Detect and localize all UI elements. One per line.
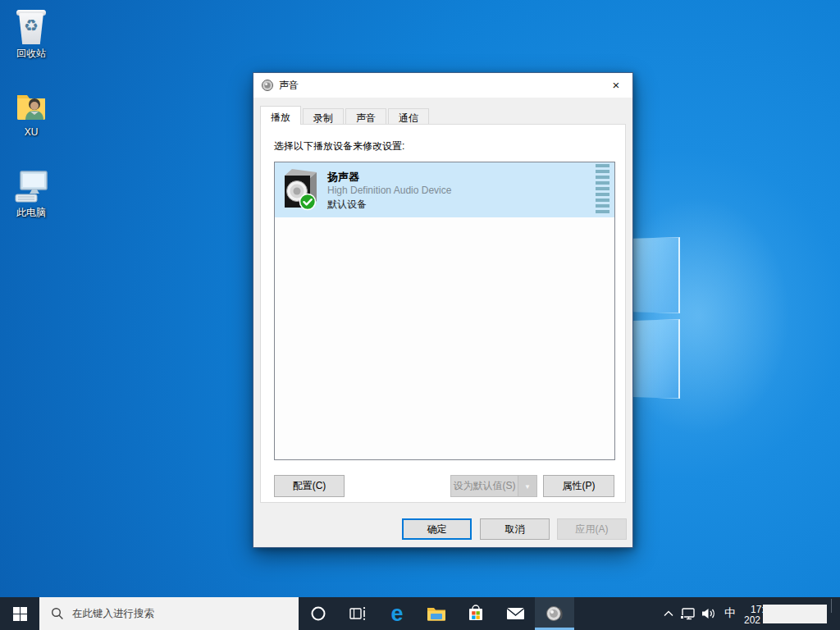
tab-sounds[interactable]: 声音 — [345, 108, 386, 125]
user-folder-icon — [12, 87, 50, 125]
ime-indicator[interactable]: 中 — [719, 597, 741, 630]
recycle-bin-icon: ♻ — [12, 8, 50, 46]
device-name: 扬声器 — [327, 170, 451, 184]
cortana-icon — [310, 605, 326, 622]
search-input[interactable] — [72, 608, 277, 619]
desktop-icon-this-pc[interactable]: 此电脑 — [0, 167, 62, 218]
taskbar: e — [0, 597, 840, 630]
this-pc-icon — [12, 167, 50, 205]
volume-level-meter — [596, 164, 609, 215]
desktop-icon-label: 回收站 — [0, 48, 62, 59]
store-icon — [467, 605, 485, 623]
mail-button[interactable] — [495, 597, 535, 630]
chevron-up-icon — [663, 609, 674, 618]
playback-tab-page: 选择以下播放设备来修改设置: — [260, 124, 626, 503]
set-default-dropdown-icon[interactable]: ▼ — [518, 475, 537, 497]
taskbar-search-box[interactable] — [39, 597, 299, 630]
instruction-text: 选择以下播放设备来修改设置: — [274, 139, 404, 153]
edge-icon: e — [390, 603, 403, 625]
wallpaper-window-pane-top — [633, 237, 680, 313]
sound-dialog-icon — [261, 79, 274, 92]
device-texts: 扬声器 High Definition Audio Device 默认设备 — [327, 170, 451, 212]
device-description: High Definition Audio Device — [327, 184, 451, 198]
file-explorer-icon — [427, 605, 446, 622]
tab-strip: 播放 录制 声音 通信 — [260, 106, 626, 125]
task-view-button[interactable] — [338, 597, 377, 630]
wallpaper-glow — [609, 197, 789, 435]
tab-playback[interactable]: 播放 — [260, 106, 301, 125]
wallpaper-window-pane-bottom — [633, 319, 680, 399]
store-button[interactable] — [456, 597, 495, 630]
show-desktop-button[interactable] — [832, 597, 840, 630]
device-row-speakers[interactable]: 扬声器 High Definition Audio Device 默认设备 — [275, 162, 614, 217]
playback-device-list[interactable]: 扬声器 High Definition Audio Device 默认设备 — [274, 162, 615, 460]
apply-button[interactable]: 应用(A) — [557, 518, 627, 540]
desktop: ♻ 回收站 XU 此电脑 — [0, 0, 840, 630]
file-explorer-button[interactable] — [417, 597, 456, 630]
task-view-icon — [349, 605, 367, 622]
mail-icon — [506, 606, 525, 621]
set-default-button[interactable]: 设为默认值(S) — [450, 475, 518, 497]
tab-recording[interactable]: 录制 — [303, 108, 344, 125]
tab-communications[interactable]: 通信 — [388, 108, 429, 125]
start-button[interactable] — [0, 597, 39, 630]
dialog-titlebar[interactable]: 声音 — [253, 73, 632, 98]
sound-app-icon — [545, 604, 564, 623]
desktop-icon-label: 此电脑 — [0, 208, 62, 218]
speaker-device-icon — [281, 167, 322, 212]
tray-expand-button[interactable] — [660, 597, 677, 630]
configure-button[interactable]: 配置(C) — [274, 475, 345, 497]
network-tray-button[interactable] — [677, 597, 698, 630]
empty-tooltip — [763, 605, 827, 623]
sound-app-button[interactable] — [535, 597, 574, 630]
cancel-button[interactable]: 取消 — [480, 518, 550, 540]
close-icon[interactable]: × — [605, 75, 628, 96]
network-icon — [679, 606, 696, 621]
desktop-icon-recycle-bin[interactable]: ♻ 回收站 — [0, 8, 62, 59]
speaker-volume-icon — [701, 606, 717, 621]
desktop-icon-label: XU — [0, 127, 62, 138]
windows-logo-icon — [13, 607, 27, 621]
properties-button[interactable]: 属性(P) — [543, 475, 614, 497]
edge-button[interactable]: e — [377, 597, 417, 630]
desktop-icon-user-folder[interactable]: XU — [0, 87, 62, 138]
cortana-button[interactable] — [299, 597, 338, 630]
dialog-title: 声音 — [279, 79, 299, 93]
ok-button[interactable]: 确定 — [402, 518, 472, 540]
volume-tray-button[interactable] — [698, 597, 719, 630]
recycle-symbol-icon: ♻ — [12, 16, 50, 35]
device-status: 默认设备 — [327, 198, 451, 212]
sound-dialog: 声音 × 播放 录制 声音 通信 选择以下播放设备来修改设置: — [253, 72, 633, 548]
search-icon — [51, 607, 64, 620]
